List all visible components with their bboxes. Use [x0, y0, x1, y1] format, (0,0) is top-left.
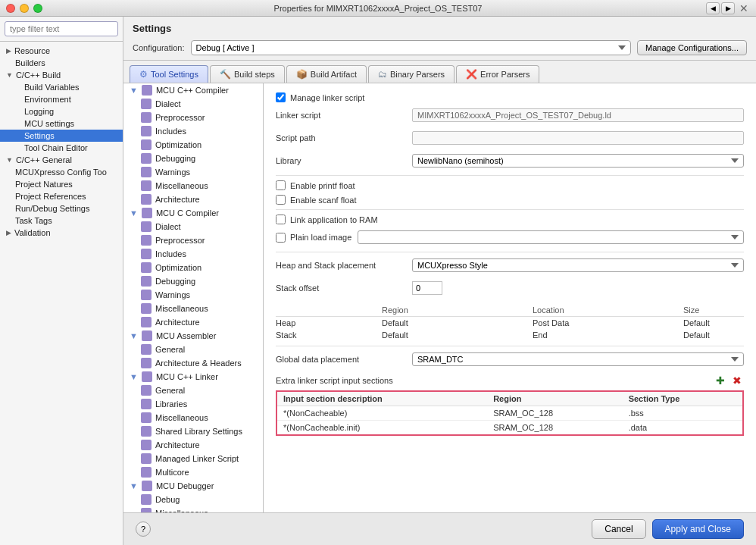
tool-item-linker-general[interactable]: General — [123, 384, 263, 397]
printf-float-checkbox[interactable] — [276, 180, 286, 190]
sidebar-item-c-cpp-build[interactable]: ▼ C/C++ Build — [0, 69, 123, 81]
tool-item-debug[interactable]: Debug — [123, 493, 263, 506]
tool-item-warnings[interactable]: Warnings — [123, 165, 263, 179]
tool-item-c-miscellaneous[interactable]: Miscellaneous — [123, 302, 263, 315]
tool-item-linker-architecture[interactable]: Architecture — [123, 438, 263, 452]
link-ram-label: Link application to RAM — [290, 215, 378, 224]
stack-offset-row: Stack offset — [276, 280, 744, 296]
tab-tool-settings[interactable]: ⚙ Tool Settings — [130, 65, 208, 83]
sidebar-item-environment[interactable]: Environment — [0, 93, 123, 105]
tool-item-mcu-cpp-linker[interactable]: ▼ MCU C++ Linker — [123, 370, 263, 384]
script-path-input[interactable] — [412, 131, 744, 145]
configuration-select[interactable]: Debug [ Active ] — [191, 40, 632, 55]
settings-detail-panel: Manage linker script Linker script Scrip… — [264, 83, 756, 512]
sidebar-item-run-debug[interactable]: Run/Debug Settings — [0, 202, 123, 215]
heap-stack-select[interactable]: MCUXpresso Style — [412, 258, 744, 272]
sidebar-item-resource[interactable]: ▶ Resource — [0, 45, 123, 57]
link-ram-checkbox[interactable] — [276, 215, 286, 224]
tool-item-mcu-debugger[interactable]: ▼ MCU Debugger — [123, 479, 263, 493]
tool-item-architecture[interactable]: Architecture — [123, 193, 263, 206]
plain-load-select[interactable] — [358, 230, 744, 244]
tool-item-multicore[interactable]: Multicore — [123, 465, 263, 479]
tab-binary-parsers[interactable]: 🗂 Binary Parsers — [368, 65, 455, 83]
sidebar-item-logging[interactable]: Logging — [0, 105, 123, 117]
stack-region: Default — [382, 330, 533, 340]
tool-item-linker-misc[interactable]: Miscellaneous — [123, 411, 263, 424]
minimize-window-button[interactable] — [20, 4, 29, 13]
library-select[interactable]: NewlibNano (semihost) — [412, 154, 744, 168]
tool-item-c-architecture[interactable]: Architecture — [123, 315, 263, 329]
apply-close-button[interactable]: Apply and Close — [652, 519, 744, 539]
linker-script-input[interactable] — [412, 108, 744, 122]
tool-item-c-includes[interactable]: Includes — [123, 247, 263, 261]
stack-offset-input[interactable] — [412, 281, 442, 295]
sidebar-item-tool-chain-editor[interactable]: Tool Chain Editor — [0, 142, 123, 154]
sidebar-item-mcu-settings[interactable]: MCU settings — [0, 117, 123, 130]
tool-item-shared-lib[interactable]: Shared Library Settings — [123, 424, 263, 438]
help-button[interactable]: ? — [136, 522, 151, 537]
tool-item-c-debugging[interactable]: Debugging — [123, 274, 263, 288]
add-row-button[interactable]: ✚ — [714, 374, 727, 387]
tool-item-dialect[interactable]: Dialect — [123, 97, 263, 111]
tool-item-preprocessor[interactable]: Preprocessor — [123, 111, 263, 124]
sidebar-item-validation[interactable]: ▶ Validation — [0, 227, 123, 239]
scanf-float-row: Enable scanf float — [276, 195, 744, 205]
back-button[interactable]: ◀ — [706, 2, 720, 14]
tab-build-steps[interactable]: 🔨 Build steps — [210, 65, 285, 83]
tool-item-asm-arch-headers[interactable]: Architecture & Headers — [123, 356, 263, 370]
sidebar-item-project-natures[interactable]: Project Natures — [0, 178, 123, 190]
heap-location: Post Data — [533, 318, 683, 327]
tool-item-c-warnings[interactable]: Warnings — [123, 288, 263, 302]
tool-item-mcu-c-compiler[interactable]: ▼ MCU C Compiler — [123, 206, 263, 220]
sidebar-item-task-tags[interactable]: Task Tags — [0, 215, 123, 227]
tab-build-artifact[interactable]: 📦 Build Artifact — [286, 65, 367, 83]
sidebar-item-project-references[interactable]: Project References — [0, 190, 123, 202]
tool-item-debugging[interactable]: Debugging — [123, 152, 263, 165]
sidebar-item-build-variables[interactable]: Build Variables — [0, 81, 123, 93]
linker-script-row: Linker script — [276, 107, 744, 124]
tool-item-linker-libraries[interactable]: Libraries — [123, 397, 263, 411]
tool-item-miscellaneous[interactable]: Miscellaneous — [123, 179, 263, 193]
sidebar-item-mcuxpresso-config[interactable]: MCUXpresso Config Too — [0, 166, 123, 178]
stack-size: Default — [683, 330, 744, 340]
tool-item-c-optimization[interactable]: Optimization — [123, 261, 263, 274]
heap-stack-label: Heap and Stack placement — [276, 261, 412, 270]
divider2 — [276, 209, 744, 210]
tab-error-parsers[interactable]: ❌ Error Parsers — [456, 65, 539, 83]
sidebar-item-settings[interactable]: Settings — [0, 130, 123, 142]
scanf-float-checkbox[interactable] — [276, 195, 286, 205]
table-row[interactable]: *(NonCacheable) SRAM_OC_128 .bss — [276, 406, 743, 421]
maximize-window-button[interactable] — [33, 4, 42, 13]
close-window-button[interactable] — [6, 4, 15, 13]
tool-item-debug-misc[interactable]: Miscellaneous — [123, 506, 263, 512]
tool-item-optimization[interactable]: Optimization — [123, 138, 263, 152]
script-path-row: Script path — [276, 130, 744, 146]
remove-row-button[interactable]: ✖ — [730, 374, 744, 387]
plain-load-checkbox[interactable] — [276, 233, 286, 243]
row2-type: .data — [623, 421, 743, 436]
linker-script-label: Linker script — [276, 111, 412, 120]
tool-item-managed-linker-script[interactable]: Managed Linker Script — [123, 452, 263, 465]
filter-input[interactable] — [5, 21, 118, 36]
tool-item-includes[interactable]: Includes — [123, 124, 263, 138]
tool-item-asm-general[interactable]: General — [123, 343, 263, 356]
tool-item-mcu-assembler[interactable]: ▼ MCU Assembler — [123, 329, 263, 343]
close-dialog-button[interactable]: ✕ — [738, 2, 750, 14]
heap-name: Heap — [276, 318, 382, 327]
tool-item-c-preprocessor[interactable]: Preprocessor — [123, 233, 263, 247]
region-header: Region — [382, 305, 533, 315]
stack-name: Stack — [276, 330, 382, 340]
col-input-desc: Input section description — [276, 391, 487, 406]
sidebar-item-builders[interactable]: Builders — [0, 57, 123, 69]
global-data-select[interactable]: SRAM_DTC — [412, 352, 744, 366]
cancel-button[interactable]: Cancel — [592, 519, 645, 539]
table-row[interactable]: *(NonCacheable.init) SRAM_OC_128 .data — [276, 421, 743, 436]
sidebar-item-c-cpp-general[interactable]: ▼ C/C++ General — [0, 154, 123, 166]
forward-button[interactable]: ▶ — [721, 2, 735, 14]
tool-item-c-dialect[interactable]: Dialect — [123, 220, 263, 233]
plain-load-label: Plain load image — [290, 233, 351, 242]
tool-item-mcu-cpp-compiler[interactable]: ▼ MCU C++ Compiler — [123, 83, 263, 97]
extra-linker-section: Extra linker script input sections ✚ ✖ I… — [276, 374, 744, 436]
manage-configurations-button[interactable]: Manage Configurations... — [637, 40, 747, 55]
manage-linker-checkbox[interactable] — [276, 92, 286, 102]
